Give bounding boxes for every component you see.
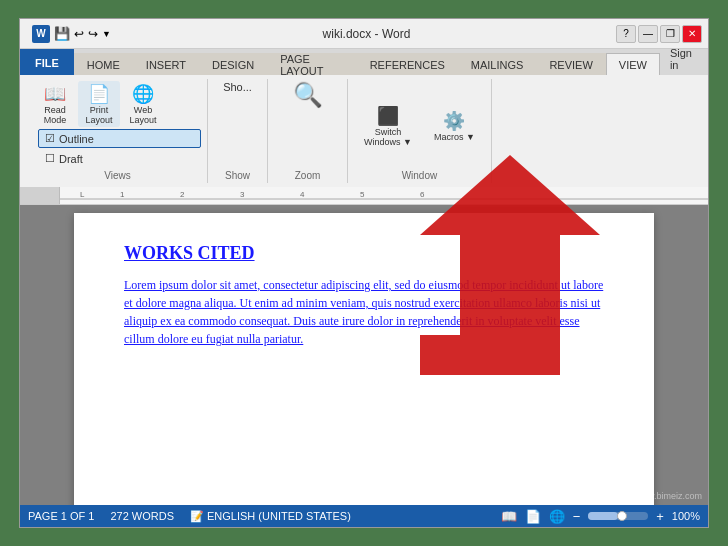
print-layout-label: PrintLayout [85, 105, 112, 125]
svg-text:3: 3 [240, 190, 245, 199]
print-layout-button[interactable]: 📄 PrintLayout [78, 81, 120, 127]
tab-mailings[interactable]: MAILINGS [458, 53, 537, 75]
tab-page-layout[interactable]: PAGE LAYOUT [267, 53, 356, 75]
quick-access-toolbar: W 💾 ↩ ↪ ▼ [26, 25, 117, 43]
tab-insert[interactable]: INSERT [133, 53, 199, 75]
macros-button[interactable]: ⚙️ Macros ▼ [426, 108, 483, 144]
views-group-label: Views [34, 170, 201, 181]
web-layout-icon: 🌐 [132, 83, 154, 105]
show-group-label: Show [225, 170, 250, 181]
outline-checkbox-icon: ☑ [45, 132, 55, 145]
views-top-buttons: 📖 ReadMode 📄 PrintLayout 🌐 WebLayout [34, 81, 201, 127]
draft-button[interactable]: ☐ Draft [38, 149, 201, 168]
ribbon: 📖 ReadMode 📄 PrintLayout 🌐 WebLayout ☑ O… [20, 75, 708, 187]
watermark: www.bimeiz.com [635, 491, 702, 501]
restore-button[interactable]: ❐ [660, 25, 680, 43]
tab-file[interactable]: FILE [20, 49, 74, 75]
tab-references[interactable]: REFERENCES [357, 53, 458, 75]
language-indicator: 📝 ENGLISH (UNITED STATES) [190, 510, 351, 523]
read-mode-icon: 📖 [44, 83, 66, 105]
macros-label: Macros ▼ [434, 132, 475, 142]
document-area[interactable]: WORKS CITED Lorem ipsum dolor sit amet, … [20, 205, 708, 505]
switch-windows-label: SwitchWindows ▼ [364, 127, 412, 147]
tab-design[interactable]: DESIGN [199, 53, 267, 75]
tab-view[interactable]: VIEW [606, 53, 660, 75]
draft-checkbox-icon: ☐ [45, 152, 55, 165]
window-group-label: Window [356, 170, 483, 181]
language-icon: 📝 [190, 510, 204, 523]
zoom-group: 🔍 Zoom [268, 79, 348, 183]
window-group: ⬛ SwitchWindows ▼ ⚙️ Macros ▼ Window [348, 79, 492, 183]
zoom-level[interactable]: 100% [672, 510, 700, 522]
document-paragraph-1: Lorem ipsum dolor sit amet, consectetur … [124, 276, 604, 348]
print-view-status-icon[interactable]: 📄 [525, 509, 541, 524]
outline-button[interactable]: ☑ Outline [38, 129, 201, 148]
zoom-out-button[interactable]: − [573, 509, 581, 524]
web-layout-button[interactable]: 🌐 WebLayout [122, 81, 164, 127]
qat-dropdown-icon[interactable]: ▼ [102, 29, 111, 39]
status-bar: PAGE 1 OF 1 272 WORDS 📝 ENGLISH (UNITED … [20, 505, 708, 527]
print-layout-icon: 📄 [88, 83, 110, 105]
outline-label: Outline [59, 133, 94, 145]
tab-home[interactable]: HOME [74, 53, 133, 75]
word-app-icon: W [32, 25, 50, 43]
svg-text:1: 1 [120, 190, 125, 199]
minimize-button[interactable]: — [638, 25, 658, 43]
zoom-group-label: Zoom [295, 170, 321, 181]
close-button[interactable]: ✕ [682, 25, 702, 43]
tab-review[interactable]: REVIEW [536, 53, 605, 75]
zoom-thumb[interactable] [617, 511, 627, 521]
word-window: W 💾 ↩ ↪ ▼ wiki.docx - Word ? — ❐ ✕ FILE … [19, 18, 709, 528]
svg-text:5: 5 [360, 190, 365, 199]
document-page: WORKS CITED Lorem ipsum dolor sit amet, … [74, 213, 654, 505]
zoom-in-button[interactable]: + [656, 509, 664, 524]
ruler: L 1 2 3 4 5 6 [20, 187, 708, 205]
switch-windows-icon: ⬛ [377, 105, 399, 127]
sign-in-link[interactable]: Sign in [660, 43, 708, 75]
macros-icon: ⚙️ [443, 110, 465, 132]
undo-qat-icon[interactable]: ↩ [74, 27, 84, 41]
views-extra-btns: ☑ Outline ☐ Draft [38, 129, 201, 168]
views-group: 📖 ReadMode 📄 PrintLayout 🌐 WebLayout ☑ O… [28, 79, 208, 183]
show-group: Sho... Show [208, 79, 268, 183]
switch-windows-button[interactable]: ⬛ SwitchWindows ▼ [356, 103, 420, 149]
web-view-status-icon[interactable]: 🌐 [549, 509, 565, 524]
help-button[interactable]: ? [616, 25, 636, 43]
window-title: wiki.docx - Word [117, 27, 616, 41]
svg-text:2: 2 [180, 190, 185, 199]
read-mode-label: ReadMode [44, 105, 67, 125]
zoom-slider[interactable] [588, 512, 648, 520]
page-indicator[interactable]: PAGE 1 OF 1 [28, 510, 94, 522]
svg-text:L: L [80, 190, 85, 199]
status-right-controls: 📖 📄 🌐 − + 100% [501, 509, 700, 524]
web-layout-label: WebLayout [129, 105, 156, 125]
tab-bar: FILE HOME INSERT DESIGN PAGE LAYOUT REFE… [20, 49, 708, 75]
language-label: ENGLISH (UNITED STATES) [207, 510, 351, 522]
window-controls: ? — ❐ ✕ [616, 25, 702, 43]
draft-label: Draft [59, 153, 83, 165]
word-count[interactable]: 272 WORDS [110, 510, 174, 522]
save-qat-icon[interactable]: 💾 [54, 26, 70, 41]
redo-qat-icon[interactable]: ↪ [88, 27, 98, 41]
show-label: Sho... [223, 81, 252, 93]
svg-text:4: 4 [300, 190, 305, 199]
read-mode-button[interactable]: 📖 ReadMode [34, 81, 76, 127]
svg-text:6: 6 [420, 190, 425, 199]
document-title: WORKS CITED [124, 243, 604, 264]
read-view-status-icon[interactable]: 📖 [501, 509, 517, 524]
